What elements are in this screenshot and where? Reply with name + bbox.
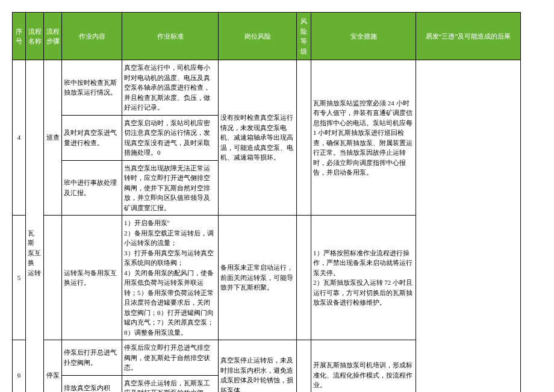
- col-name: 流程名称: [26, 13, 44, 60]
- header-row: 序号 流程名称 流程步骤 作业内容 作业标准 岗位风险 风险等级 安全措施 易发…: [13, 13, 542, 60]
- std-cell: 真空泵在运行中，司机应每小时对电动机的温度、电压及真空泵各轴承的温度进行检查，并…: [122, 60, 219, 116]
- step-cell: 停泵: [44, 340, 62, 393]
- safe-cell: 1）严格按照标准作业流程进行操作，严禁出现备泵未启动就将运行泵关停。 2）瓦斯抽…: [311, 216, 416, 340]
- lvl-cell: [297, 60, 311, 216]
- name-cell: 瓦 斯 泵互 换 运转: [26, 60, 44, 393]
- risk-cell: 没有按时检查真空泵运行情况，未发现真空泵电机、减速箱轴承等出现高温，可能造成真空…: [219, 60, 297, 216]
- work-cell: 停泵后打开总进气扑空阀闸。: [62, 340, 122, 376]
- table-row: 4 瓦 斯 泵互 换 运转 巡查 班中按时检查瓦斯抽放泵运行情况。 真空泵在运行…: [13, 60, 542, 116]
- work-cell: 排放真空泵内积水。: [62, 375, 122, 392]
- seq-cell: 5: [13, 216, 26, 340]
- work-cell: 班中进行事故处理及汇报。: [62, 160, 122, 216]
- safe-cell: 开展瓦斯抽放泵司机培训，形成标准化、流程化操作模式，按流程作业。: [311, 340, 416, 393]
- col-risk: 岗位风险: [219, 13, 297, 60]
- step-cell: 巡查: [44, 60, 62, 216]
- std-cell: 真空泵启动时，泵站司机应密切注意真空泵的运行情况，发现真空泵没有进气，及时采取措…: [122, 115, 219, 160]
- std-cell: 真空泵停止运转后，瓦斯泵工应及时打开瓦斯泵的放水阀门，排放真空泵内积水。: [122, 375, 219, 392]
- col-lvl: 风险等级: [297, 13, 311, 60]
- work-cell: 班中按时检查瓦斯抽放泵运行情况。: [62, 60, 122, 116]
- procedure-table: 序号 流程名称 流程步骤 作业内容 作业标准 岗位风险 风险等级 安全措施 易发…: [12, 12, 542, 392]
- std-cell: 停泵后应立即打开总进气排空阀闸，使瓦斯处于自然排空状态。: [122, 340, 219, 376]
- col-step: 流程步骤: [44, 13, 62, 60]
- col-work: 作业内容: [62, 13, 122, 60]
- col-safe: 安全措施: [311, 13, 416, 60]
- risk-cell: 真空泵停止运转后，未及时排出泵内积水，避免造成泵腔体及叶轮锈蚀，损坏泵体。: [219, 340, 297, 393]
- work-cell: 运转泵与备用泵互换运行。: [62, 216, 122, 340]
- col-cons: 易发“三违”及可能造成的后果: [416, 13, 521, 60]
- safe-cell: 瓦斯抽放泵站监控室必须 24 小时有专人值守，并装有直通矿调度信息指挥中心的电话…: [311, 60, 416, 216]
- risk-cell: 备用泵未正常启动运行，前面关闭运转泵，可能导致井下瓦斯积聚。: [219, 216, 297, 340]
- work-cell: 及时对真空泵进气量进行检查。: [62, 115, 122, 160]
- col-seq: 序号: [13, 13, 26, 60]
- seq-cell: 4: [13, 60, 26, 216]
- step-cell: [44, 216, 62, 340]
- cons-cell: [416, 60, 521, 393]
- std-cell: 当真空泵出现故障无法正常运转时，应立即打开进气侧排空阀闸，使井下瓦斯自然对空排放…: [122, 160, 219, 216]
- col-std: 作业标准: [122, 13, 219, 60]
- lvl-cell: [297, 340, 311, 393]
- seq-cell: 6: [13, 340, 26, 393]
- std-cell: 1）开启备用泵" 2）备用泵空载正常运转后，调小运转泵的流量； 3）打开备用真空…: [122, 216, 219, 340]
- lvl-cell: [297, 216, 311, 340]
